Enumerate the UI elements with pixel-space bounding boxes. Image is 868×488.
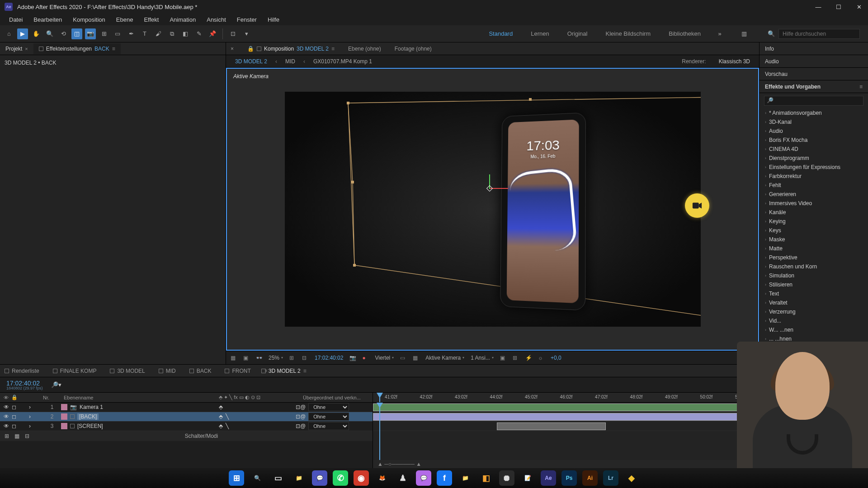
zoom-select[interactable]: 25%▾	[269, 355, 283, 361]
category--animationsvorgaben[interactable]: ›* Animationsvorgaben	[760, 108, 868, 117]
audio-panel-tab[interactable]: Audio	[760, 55, 868, 68]
layer-name[interactable]: [SCREEN]	[77, 423, 103, 429]
taskbar-photoshop[interactable]: Ps	[561, 470, 577, 486]
layer-color-swatch[interactable]	[61, 423, 67, 429]
pen-tool[interactable]: ✒	[126, 28, 137, 39]
komposition-tab[interactable]: 🔒 Komposition 3D MODEL 2 ≡	[247, 46, 335, 52]
taskbar-messenger[interactable]: 💬	[416, 470, 431, 486]
selection-tool[interactable]: ▶	[17, 28, 28, 39]
category-audio[interactable]: ›Audio	[760, 127, 868, 136]
mask-icon[interactable]: ▦	[231, 355, 237, 361]
exposure-value[interactable]: +0,0	[551, 355, 561, 361]
gizmo-center[interactable]	[486, 185, 492, 192]
category-veraltet[interactable]: ›Veraltet	[760, 298, 868, 307]
bc-current[interactable]: 3D MODEL 2	[235, 58, 267, 65]
zoom-tool[interactable]: 🔍	[44, 28, 55, 39]
eye-icon[interactable]: 👁	[4, 423, 10, 429]
layer-name[interactable]: Kamera 1	[80, 404, 103, 410]
category-verzerrung[interactable]: ›Verzerrung	[760, 307, 868, 316]
category-fehlt[interactable]: ›Fehlt	[760, 181, 868, 190]
layer-color-swatch[interactable]	[61, 413, 67, 420]
menu-fenster[interactable]: Fenster	[231, 14, 262, 25]
parent-select[interactable]: Ohne	[308, 422, 349, 430]
taskbar-folder2[interactable]: 📁	[458, 470, 473, 486]
help-search-input[interactable]	[778, 29, 860, 39]
taskbar-windows-start[interactable]: ⊞	[229, 470, 244, 486]
category-rauschen-und-korn[interactable]: ›Rauschen und Korn	[760, 262, 868, 271]
trans-icon[interactable]: ▦	[413, 355, 419, 361]
pixel-icon[interactable]: ⊞	[513, 355, 519, 361]
roto-tool[interactable]: ✎	[193, 28, 204, 39]
3d-switch[interactable]: ⊡	[296, 413, 300, 420]
timeline-tab-mid[interactable]: MID	[159, 368, 176, 374]
exposure-icon[interactable]: ☼	[538, 355, 544, 361]
pickwhip-icon[interactable]: @	[300, 423, 306, 429]
viewer-timecode[interactable]: 17:02:40:02	[315, 355, 343, 361]
taskbar-lightroom[interactable]: Lr	[603, 470, 618, 486]
timeline-tab-finale-komp[interactable]: FINALE KOMP	[53, 368, 97, 374]
menu-animation[interactable]: Animation	[164, 14, 201, 25]
tl-ft-icon[interactable]: ⊞	[5, 433, 9, 439]
taskbar-illustrator[interactable]: Ai	[582, 470, 598, 486]
alpha-icon[interactable]: ▣	[243, 355, 250, 361]
eye-icon[interactable]: 👁	[4, 413, 10, 420]
more-tool[interactable]: ▾	[241, 28, 252, 39]
eye-icon[interactable]: 👁	[4, 404, 10, 410]
clip-bar[interactable]	[497, 422, 606, 430]
workspace-standard[interactable]: Standard	[489, 30, 513, 37]
eraser-tool[interactable]: ◧	[180, 28, 191, 39]
category-matte[interactable]: ›Matte	[760, 244, 868, 253]
switches-modes[interactable]: Schalter/Modi	[185, 433, 218, 439]
layer-row[interactable]: 👁◻›3[SCREEN]⬘╲⊡@Ohne	[0, 422, 373, 431]
snap-tool[interactable]: ⊡	[227, 28, 238, 39]
info-panel-tab[interactable]: Info	[760, 42, 868, 55]
hand-tool[interactable]: ✋	[31, 28, 42, 39]
views-count-select[interactable]: 1 Ansi...▾	[471, 355, 494, 361]
rotation-tool[interactable]: ◫	[71, 28, 82, 39]
taskbar-app-red[interactable]: ◉	[354, 470, 369, 486]
timeline-tab-renderliste[interactable]: Renderliste	[5, 368, 39, 374]
workspace-kleine-bildschirm[interactable]: Kleine Bildschirm	[605, 30, 651, 37]
resolution-select[interactable]: Viertel▾	[375, 355, 394, 361]
solo-icon[interactable]: ◻	[12, 404, 16, 410]
orbit-tool[interactable]: ⟲	[58, 28, 69, 39]
menu-effekt[interactable]: Effekt	[138, 14, 164, 25]
category-vid-[interactable]: ›Vid...	[760, 316, 868, 325]
roi-icon[interactable]: ▭	[400, 355, 406, 361]
snapshot-icon[interactable]: 📷	[349, 355, 356, 361]
category-w-nen[interactable]: ›W... ...nen	[760, 325, 868, 334]
safe-icon[interactable]: ⊞	[289, 355, 296, 361]
category-simulation[interactable]: ›Simulation	[760, 271, 868, 280]
workspace-more[interactable]: »	[714, 28, 725, 39]
close-comp-tab[interactable]: ×	[231, 46, 234, 52]
home-button[interactable]: ⌂	[4, 28, 14, 39]
switch-icon[interactable]: ⬘	[219, 423, 223, 429]
category-generieren[interactable]: ›Generieren	[760, 190, 868, 199]
category-perspektive[interactable]: ›Perspektive	[760, 253, 868, 262]
glasses-icon[interactable]: 👓	[256, 355, 262, 361]
category-kan-le[interactable]: ›Kanäle	[760, 208, 868, 217]
minimize-button[interactable]: —	[814, 4, 823, 10]
playhead-line[interactable]	[379, 403, 380, 460]
taskbar-app-misc[interactable]: ♟	[395, 470, 410, 486]
switch-icon[interactable]: ⬘	[219, 404, 223, 410]
close-icon[interactable]: ×	[25, 46, 28, 52]
switch-icon[interactable]: ╲	[226, 423, 229, 429]
menu-ansicht[interactable]: Ansicht	[201, 14, 231, 25]
menu-datei[interactable]: Datei	[4, 14, 28, 25]
taskbar-app-orange[interactable]: ◧	[478, 470, 494, 486]
brush-tool[interactable]: 🖌	[153, 28, 164, 39]
view-select[interactable]: Aktive Kamera▾	[425, 355, 464, 361]
taskbar-search[interactable]: 🔍	[250, 470, 265, 486]
workspace-lernen[interactable]: Lernen	[531, 30, 549, 37]
layer-color-swatch[interactable]	[61, 404, 67, 410]
category-dienstprogramm[interactable]: ›Dienstprogramm	[760, 154, 868, 163]
gizmo-y-axis[interactable]	[489, 174, 490, 189]
timeline-timecode[interactable]: 17:02:40:02 1840802 (29.97 fps)	[6, 380, 43, 390]
tl-ft-icon[interactable]: ⊟	[25, 433, 29, 439]
fast-icon[interactable]: ⚡	[525, 355, 532, 361]
category-boris-fx-mocha[interactable]: ›Boris FX Mocha	[760, 136, 868, 145]
timeline-tab-back[interactable]: BACK	[189, 368, 212, 374]
category-farbkorrektur[interactable]: ›Farbkorrektur	[760, 172, 868, 181]
category-maske[interactable]: ›Maske	[760, 235, 868, 244]
